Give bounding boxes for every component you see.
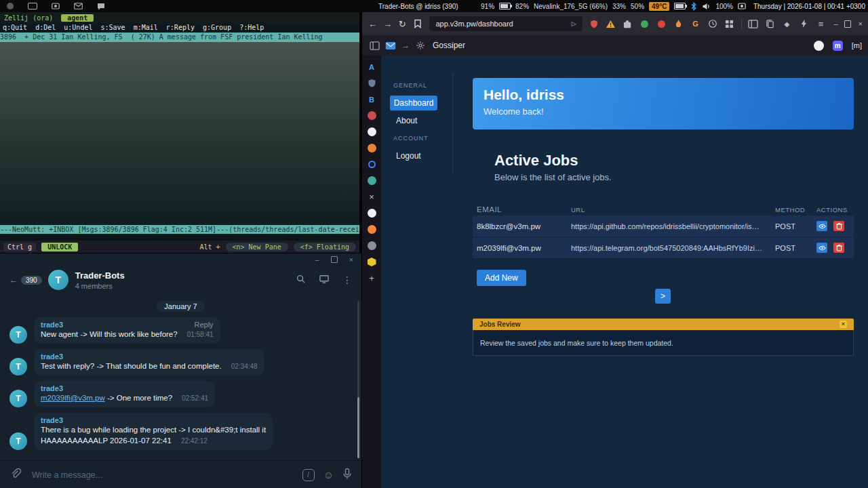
- screen-share-icon[interactable]: [319, 274, 330, 287]
- sender-name[interactable]: trade3: [41, 321, 63, 329]
- sidebar-toggle-icon[interactable]: [747, 18, 758, 29]
- chat-message[interactable]: T trade3 There is a bug while loading th…: [0, 413, 361, 450]
- warning-icon[interactable]: [606, 18, 616, 29]
- reload-button[interactable]: ↻: [398, 19, 406, 29]
- message-bubble[interactable]: trade3 m2039lfi@v3m.pw -> One more time?…: [34, 381, 215, 407]
- mail-icon[interactable]: [74, 3, 83, 9]
- close-icon[interactable]: ×: [859, 20, 863, 28]
- chat-titles[interactable]: Trader-Bots 4 members: [75, 270, 125, 290]
- emoji-icon[interactable]: ☺: [323, 469, 334, 481]
- jobs-review-header[interactable]: Jobs Review ×: [473, 319, 854, 330]
- group-avatar[interactable]: T: [48, 270, 68, 290]
- launcher-icon[interactable]: [7, 3, 14, 9]
- chat-message[interactable]: T trade3 m2039lfi@v3m.pw -> One more tim…: [0, 381, 361, 407]
- vertical-tab-shield-icon[interactable]: [367, 78, 377, 88]
- apps-grid-icon[interactable]: [724, 18, 735, 29]
- delete-job-button[interactable]: [833, 221, 844, 231]
- minimize-icon[interactable]: –: [315, 256, 319, 264]
- matrix-badge[interactable]: [m]: [852, 41, 862, 49]
- avatar[interactable]: T: [9, 326, 27, 344]
- vertical-tab-favicon[interactable]: [367, 257, 377, 267]
- delete-job-button[interactable]: [833, 243, 844, 253]
- chat-message-list[interactable]: January 7 T trade3 Reply New agent -> Wi…: [0, 296, 361, 460]
- vertical-tab-favicon[interactable]: [367, 224, 377, 235]
- avatar[interactable]: T: [9, 390, 27, 407]
- vertical-tab-favicon[interactable]: [367, 143, 377, 153]
- table-row[interactable]: 8k8lbzcr@v3m.pw https://api.github.com/r…: [473, 216, 854, 237]
- close-icon[interactable]: ×: [349, 256, 353, 264]
- chat-message[interactable]: T trade3 Reply New agent -> Will this wo…: [0, 317, 361, 344]
- next-page-button[interactable]: >: [655, 289, 671, 304]
- active-tab-title[interactable]: Gossiper: [433, 41, 465, 50]
- vertical-tab-github[interactable]: [367, 127, 377, 137]
- back-button[interactable]: ←: [368, 19, 377, 29]
- chat-bubble-icon[interactable]: [97, 3, 105, 10]
- bookmark-icon[interactable]: [412, 18, 423, 29]
- vertical-tab-favicon[interactable]: [367, 241, 377, 251]
- lightning-icon[interactable]: [798, 18, 809, 29]
- menu-icon[interactable]: ≡: [815, 18, 826, 29]
- view-job-button[interactable]: [816, 221, 827, 231]
- back-button[interactable]: ← 390: [9, 275, 42, 285]
- record-extension-icon[interactable]: [656, 18, 667, 29]
- camera-icon[interactable]: [52, 3, 60, 9]
- reader-mode-icon[interactable]: ▷: [572, 20, 576, 27]
- chat-scrollbar-thumb[interactable]: [357, 397, 359, 458]
- panel-toggle-icon[interactable]: [369, 40, 380, 51]
- vertical-tab-b[interactable]: B: [367, 94, 377, 104]
- close-tab-icon[interactable]: ×: [367, 192, 377, 202]
- sidebar-item-logout[interactable]: Logout: [396, 151, 421, 161]
- forward-button[interactable]: →: [383, 19, 392, 29]
- zellij-tab-agent[interactable]: agent: [61, 14, 94, 22]
- reply-action[interactable]: Reply: [194, 321, 213, 329]
- table-row[interactable]: m2039lfi@v3m.pw https://api.telegram.org…: [473, 237, 854, 259]
- mastodon-icon[interactable]: m: [833, 41, 843, 51]
- vertical-tab-favicon[interactable]: [367, 159, 377, 169]
- copy-icon[interactable]: [764, 18, 775, 29]
- github-icon[interactable]: [814, 41, 824, 51]
- address-bar[interactable]: app.v3m.pw/dashboard ▷: [429, 16, 582, 31]
- history-icon[interactable]: [707, 18, 718, 29]
- sidebar-item-dashboard[interactable]: Dashboard: [390, 96, 437, 110]
- sender-name[interactable]: trade3: [41, 352, 63, 361]
- sender-name[interactable]: trade3: [41, 384, 63, 392]
- view-job-button[interactable]: [816, 243, 827, 253]
- chat-window[interactable]: – × ← 390 T Trader-Bots 4 members ⋮: [0, 253, 361, 488]
- close-review-icon[interactable]: ×: [840, 321, 847, 328]
- attach-icon[interactable]: [9, 468, 22, 483]
- minimize-icon[interactable]: –: [833, 20, 837, 28]
- puzzle-extension-icon[interactable]: [623, 18, 633, 29]
- maximize-icon[interactable]: [331, 256, 338, 263]
- avatar[interactable]: T: [9, 358, 27, 375]
- neomutt-selected-mail-row[interactable]: 3896 + Dec 31 Ian Kelling, FS ( 27K) A m…: [0, 33, 359, 42]
- add-new-button[interactable]: Add New: [477, 270, 526, 286]
- g-extension-icon[interactable]: G: [690, 18, 701, 29]
- new-tab-button[interactable]: +: [367, 273, 377, 283]
- maximize-icon[interactable]: [844, 20, 851, 28]
- message-bubble[interactable]: trade3 There is a bug while loading the …: [34, 413, 273, 450]
- search-icon[interactable]: [296, 274, 306, 287]
- globe-extension-icon[interactable]: [639, 18, 650, 29]
- shield-icon[interactable]: [589, 18, 599, 29]
- more-options-icon[interactable]: ⋮: [342, 274, 352, 285]
- mic-icon[interactable]: [342, 468, 352, 483]
- vertical-tab-github[interactable]: [367, 208, 377, 218]
- vertical-tab-favicon[interactable]: [367, 110, 377, 121]
- message-bubble[interactable]: trade3 Test with reply? -> That should b…: [34, 349, 264, 375]
- avatar[interactable]: T: [9, 432, 27, 450]
- message-bubble[interactable]: trade3 Reply New agent -> Will this work…: [34, 317, 220, 344]
- wifi-ssid[interactable]: Nevalink_176_5G (66%): [534, 3, 608, 10]
- highlights-icon[interactable]: ◆: [781, 18, 792, 29]
- browser-window[interactable]: ← → ↻ app.v3m.pw/dashboard ▷: [361, 12, 868, 488]
- terminal-window[interactable]: Zellij (ora) agent q:Quit d:Del u:Undel …: [0, 12, 359, 253]
- vertical-tab-a[interactable]: A: [367, 62, 377, 72]
- flame-extension-icon[interactable]: [673, 18, 684, 29]
- vertical-tab-favicon[interactable]: [367, 176, 377, 186]
- sidebar-item-about[interactable]: About: [396, 116, 417, 125]
- message-input[interactable]: [31, 470, 294, 481]
- email-link[interactable]: m2039lfi@v3m.pw: [41, 394, 105, 402]
- chat-message[interactable]: T trade3 Test with reply? -> That should…: [0, 349, 361, 375]
- display-icon[interactable]: [28, 3, 37, 9]
- format-icon[interactable]: /: [302, 469, 315, 481]
- bluetooth-icon[interactable]: [690, 2, 697, 11]
